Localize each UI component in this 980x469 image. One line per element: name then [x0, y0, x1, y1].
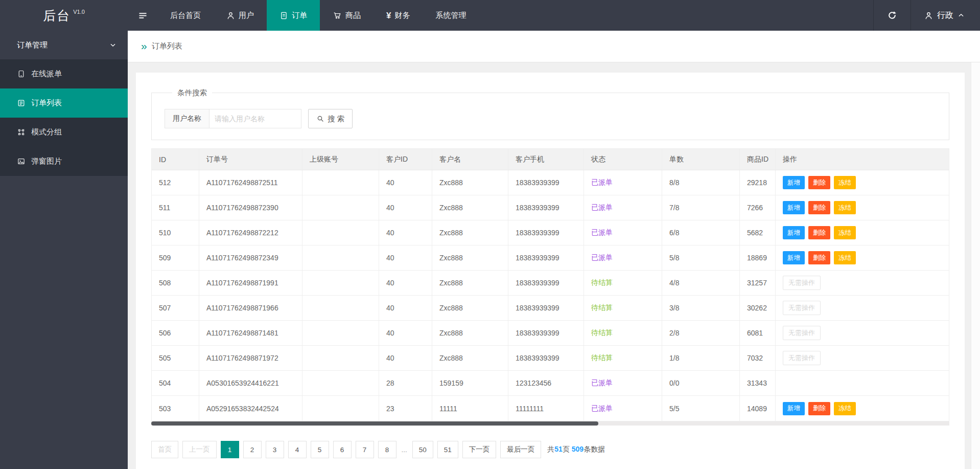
sidebar-item-4[interactable]: 弹窗图片 — [0, 147, 128, 176]
nav-item-2[interactable]: 用户 — [214, 0, 267, 31]
add-button[interactable]: 新增 — [783, 176, 805, 189]
cell-customer-name: Zxc888 — [432, 195, 508, 220]
column-header: 商品ID — [740, 149, 776, 170]
pagination-button[interactable]: 下一页 — [462, 441, 497, 458]
cell-product-id: 7266 — [740, 195, 776, 220]
vertical-scrollbar[interactable] — [971, 62, 980, 469]
delete-button[interactable]: 删除 — [808, 402, 830, 415]
add-button[interactable]: 新增 — [783, 402, 805, 415]
document-icon — [279, 11, 288, 20]
horizontal-scrollbar[interactable] — [151, 421, 949, 426]
cell-count: 5/5 — [662, 396, 740, 421]
cell-order-no: A05301653924416221 — [199, 371, 302, 395]
cell-product-id: 14089 — [740, 396, 776, 421]
cell-actions: 无需操作 — [776, 346, 949, 370]
nav-item-3[interactable]: 订单 — [267, 0, 320, 31]
app-logo: 后台 V1.0 — [0, 0, 128, 31]
pagination-button[interactable]: 7 — [356, 441, 374, 458]
delete-button[interactable]: 删除 — [808, 226, 830, 239]
horizontal-scrollbar-thumb[interactable] — [151, 421, 598, 426]
pagination-button[interactable]: 5 — [311, 441, 329, 458]
chevron-up-icon — [958, 12, 965, 19]
user-name: 行政 — [937, 10, 953, 21]
cell-phone: 18383939399 — [508, 245, 584, 270]
cell-count: 3/8 — [662, 296, 740, 320]
cell-customer-name: Zxc888 — [432, 321, 508, 345]
sidebar-item-1[interactable]: 在线派单 — [0, 59, 128, 88]
pagination-button[interactable]: 51 — [437, 441, 458, 458]
app-title: 后台 — [43, 7, 71, 24]
add-button[interactable]: 新增 — [783, 226, 805, 239]
sidebar-group-order-management[interactable]: 订单管理 — [0, 31, 128, 59]
table-header-row: ID订单号上级账号客户ID客户名客户手机状态单数商品ID操作 — [152, 149, 949, 170]
pagination-button[interactable]: 上一页 — [182, 441, 217, 458]
no-action-button: 无需操作 — [783, 326, 821, 340]
search-button[interactable]: 搜 索 — [308, 109, 353, 128]
pagination-ellipsis: ... — [401, 446, 408, 454]
status-badge: 待结算 — [591, 278, 613, 287]
delete-button[interactable]: 删除 — [808, 201, 830, 214]
pagination-button[interactable]: 2 — [243, 441, 262, 458]
cell-phone: 18383939399 — [508, 346, 584, 370]
username-input[interactable] — [209, 109, 301, 128]
cell-phone: 18383939399 — [508, 170, 584, 195]
cell-actions: 无需操作 — [776, 321, 949, 345]
delete-button[interactable]: 删除 — [808, 176, 830, 189]
table-row: 504A0530165392441622128159159123123456已派… — [152, 371, 949, 396]
sidebar-item-2[interactable]: 订单列表 — [0, 88, 128, 118]
orders-table: ID订单号上级账号客户ID客户名客户手机状态单数商品ID操作 512A11071… — [151, 148, 949, 421]
cell-id: 505 — [152, 346, 199, 370]
pagination-button[interactable]: 8 — [378, 441, 396, 458]
nav-item-6[interactable]: 系统管理 — [423, 0, 479, 31]
pagination-button[interactable]: 3 — [266, 441, 284, 458]
cell-id: 509 — [152, 245, 199, 270]
tablet-icon — [17, 70, 26, 78]
cell-status: 待结算 — [584, 321, 662, 345]
freeze-button[interactable]: 冻结 — [834, 226, 856, 239]
breadcrumb-chevrons-icon: » — [141, 40, 147, 51]
status-badge: 待结算 — [591, 353, 613, 363]
column-header: 单数 — [662, 149, 740, 170]
nav-item-label: 用户 — [239, 11, 254, 20]
delete-button[interactable]: 删除 — [808, 251, 830, 264]
freeze-button[interactable]: 冻结 — [834, 251, 856, 264]
cell-id: 503 — [152, 396, 199, 421]
status-badge: 已派单 — [591, 203, 613, 212]
freeze-button[interactable]: 冻结 — [834, 201, 856, 214]
cell-parent — [302, 195, 379, 220]
cell-product-id: 6081 — [740, 321, 776, 345]
pagination-button[interactable]: 6 — [333, 441, 352, 458]
cell-count: 6/8 — [662, 220, 740, 245]
column-header: 客户手机 — [508, 149, 584, 170]
pagination-button[interactable]: 最后一页 — [500, 441, 541, 458]
refresh-button[interactable] — [873, 0, 911, 31]
cell-customer-name: 11111 — [432, 396, 508, 421]
pagination-button[interactable]: 50 — [412, 441, 433, 458]
cell-count: 8/8 — [662, 170, 740, 195]
sidebar-item-3[interactable]: 模式分组 — [0, 118, 128, 147]
cell-id: 506 — [152, 321, 199, 345]
nav-item-1[interactable]: 后台首页 — [157, 0, 214, 31]
cell-status: 已派单 — [584, 245, 662, 270]
cell-parent — [302, 271, 379, 295]
user-menu[interactable]: 行政 — [911, 0, 980, 31]
cell-id: 511 — [152, 195, 199, 220]
menu-toggle-button[interactable] — [128, 0, 157, 31]
nav-item-4[interactable]: 商品 — [320, 0, 374, 31]
nav-item-5[interactable]: ¥财务 — [374, 0, 423, 31]
freeze-button[interactable]: 冻结 — [834, 402, 856, 415]
cell-count: 1/8 — [662, 346, 740, 370]
cell-actions: 新增删除冻结 — [776, 170, 949, 195]
pagination-button[interactable]: 1 — [221, 441, 239, 458]
pagination-button[interactable]: 4 — [288, 441, 307, 458]
cell-customer-name: Zxc888 — [432, 346, 508, 370]
pagination-button[interactable]: 首页 — [151, 441, 178, 458]
add-button[interactable]: 新增 — [783, 201, 805, 214]
add-button[interactable]: 新增 — [783, 251, 805, 264]
column-header: 上级账号 — [302, 149, 379, 170]
cell-customer-id: 40 — [379, 195, 432, 220]
cell-parent — [302, 296, 379, 320]
table-row: 505A1107176249887197240Zxc88818383939399… — [152, 346, 949, 371]
freeze-button[interactable]: 冻结 — [834, 176, 856, 189]
yen-icon: ¥ — [386, 11, 391, 20]
